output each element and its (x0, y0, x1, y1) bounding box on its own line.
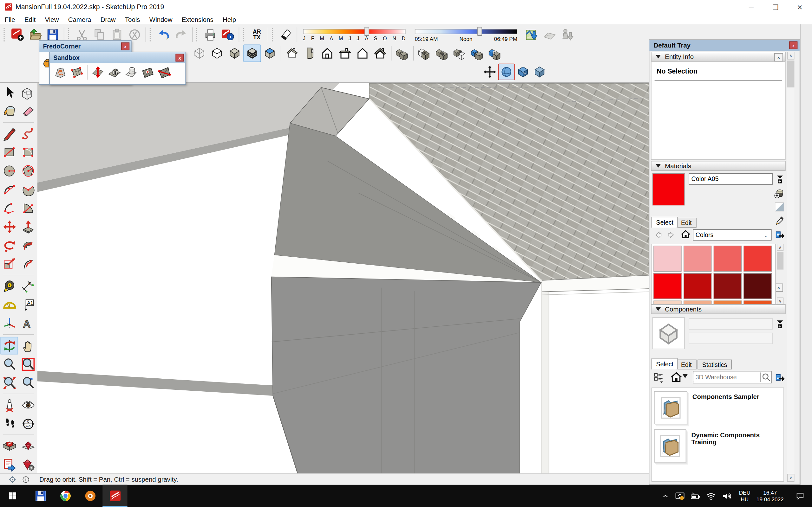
undo-button[interactable] (155, 26, 172, 44)
color-swatch[interactable] (683, 246, 711, 272)
viewport-3d-model[interactable] (38, 83, 649, 474)
menu-draw[interactable]: Draw (96, 15, 120, 23)
info-icon[interactable] (18, 475, 26, 484)
arc-2pt-tool-button[interactable] (1, 181, 18, 199)
component-folder-item[interactable]: Dynamic Components Training (654, 429, 783, 462)
time-slider-track[interactable] (415, 29, 517, 34)
follow-me-tool-button[interactable] (19, 236, 37, 254)
entity-info-close-icon[interactable]: × (774, 53, 783, 61)
scale-tool-button[interactable] (1, 255, 18, 273)
fredocorner-title-bar[interactable]: FredoCorner x (39, 41, 131, 52)
scrollbar-thumb[interactable] (777, 252, 783, 270)
clock[interactable]: 16:47 19.04.2022 (752, 485, 788, 507)
hidden-line-button[interactable] (208, 44, 226, 62)
nav-ball-button[interactable] (498, 64, 515, 80)
maximize-button[interactable]: ❐ (763, 0, 788, 14)
monochrome-button[interactable] (261, 44, 279, 62)
collapse-triangle-icon[interactable] (656, 164, 661, 168)
color-swatch[interactable] (653, 246, 681, 272)
tray-chevron-up-icon[interactable] (659, 485, 672, 507)
components-tab-edit[interactable]: Edit (676, 360, 696, 370)
wedge-button[interactable] (277, 26, 295, 44)
tray-close-icon[interactable]: x (789, 42, 798, 49)
view-front-button[interactable] (318, 44, 336, 62)
geolocation-icon[interactable] (4, 475, 12, 484)
line-tool-button[interactable] (1, 124, 18, 142)
sync-tray-icon[interactable] (672, 485, 688, 507)
toolbar-grip[interactable] (243, 28, 247, 41)
display-secondary-pane-icon[interactable] (774, 318, 785, 330)
rectangle-tool-button[interactable] (1, 143, 18, 161)
menu-tools[interactable]: Tools (120, 15, 145, 23)
zoom-previous-tool-button[interactable] (19, 374, 37, 392)
view-left-button[interactable] (371, 44, 389, 62)
smoove-button[interactable] (90, 64, 106, 80)
xray-button[interactable] (191, 44, 208, 62)
subtract-button[interactable] (451, 44, 469, 62)
taskbar-app-sketchup-app[interactable] (102, 485, 127, 507)
details-arrow-icon[interactable] (774, 372, 785, 383)
ext-page-arrow-tool-button[interactable] (1, 456, 18, 473)
components-tab-select[interactable]: Select (652, 358, 678, 369)
taskbar-app-orange-app[interactable] (78, 485, 102, 507)
scroll-down-icon[interactable]: ∨ (777, 297, 783, 305)
nav-cube-a-button[interactable] (515, 64, 531, 80)
component-name-field[interactable] (689, 318, 772, 330)
warehouse-search-input[interactable] (693, 374, 760, 381)
ext-package-tool-button[interactable] (1, 437, 18, 455)
component-desc-field[interactable] (689, 333, 772, 344)
menu-edit[interactable]: Edit (20, 15, 40, 23)
toggle-terrain-button[interactable] (541, 26, 558, 44)
zoom-tool-button[interactable] (1, 355, 18, 373)
eyedropper-icon[interactable] (774, 216, 785, 226)
text-tool-button[interactable]: A1 (19, 296, 37, 314)
zoom-window-tool-button[interactable] (19, 355, 37, 373)
view-options-icon[interactable] (653, 372, 665, 383)
materials-tab-edit[interactable]: Edit (676, 218, 696, 228)
split-button[interactable] (486, 44, 504, 62)
view-back-button[interactable] (354, 44, 371, 62)
speaker-icon[interactable] (719, 485, 734, 507)
view-top-button[interactable] (301, 44, 319, 62)
close-button[interactable]: ✕ (788, 0, 812, 14)
push-pull-tool-button[interactable] (19, 218, 37, 235)
scroll-down-icon[interactable]: ∨ (787, 474, 795, 482)
toolbar-grip[interactable] (3, 28, 7, 41)
toolbar-grip[interactable] (150, 28, 153, 41)
dimension-tool-button[interactable]: 3 (19, 277, 37, 295)
trim-button[interactable] (469, 44, 487, 62)
union-button[interactable] (434, 44, 451, 62)
components-tab-statistics[interactable]: Statistics (698, 360, 732, 370)
collapse-triangle-icon[interactable] (656, 307, 661, 311)
action-center-icon[interactable] (792, 485, 809, 507)
polygon-tool-button[interactable] (19, 162, 37, 180)
components-header[interactable]: Components × (651, 304, 785, 314)
collection-dropdown[interactable]: Colors ⌄ (693, 229, 771, 240)
home-icon[interactable] (680, 229, 691, 239)
forward-arrow-icon[interactable] (666, 230, 676, 239)
sandbox-close-icon[interactable]: x (175, 54, 184, 61)
add-detail-button[interactable] (139, 64, 156, 80)
from-contours-button[interactable] (52, 64, 68, 80)
3d-text-tool-button[interactable]: A (19, 315, 37, 332)
circle-tool-button[interactable] (1, 162, 18, 180)
from-scratch-button[interactable] (68, 64, 85, 80)
shadow-month-slider[interactable]: JFMAMJJASOND (302, 26, 409, 43)
color-swatch[interactable] (714, 246, 742, 272)
start-button[interactable] (0, 485, 25, 507)
entity-info-header[interactable]: Entity Info × (651, 52, 785, 61)
menu-window[interactable]: Window (145, 15, 177, 23)
rotated-rectangle-tool-button[interactable] (19, 143, 37, 161)
rotate-tool-button[interactable] (1, 236, 18, 254)
toolbar-grip[interactable] (196, 28, 200, 41)
materials-header[interactable]: Materials × (651, 161, 785, 171)
arc-3pt-tool-button[interactable] (1, 199, 18, 217)
toolbar-grip[interactable] (272, 28, 275, 41)
add-location-button[interactable] (523, 26, 541, 44)
details-arrow-icon[interactable] (774, 229, 785, 240)
scrollbar-thumb[interactable] (787, 60, 795, 88)
position-camera-tool-button[interactable] (1, 396, 18, 414)
menu-camera[interactable]: Camera (63, 15, 96, 23)
search-magnifier-icon[interactable] (761, 372, 771, 383)
print-button[interactable] (201, 26, 219, 44)
